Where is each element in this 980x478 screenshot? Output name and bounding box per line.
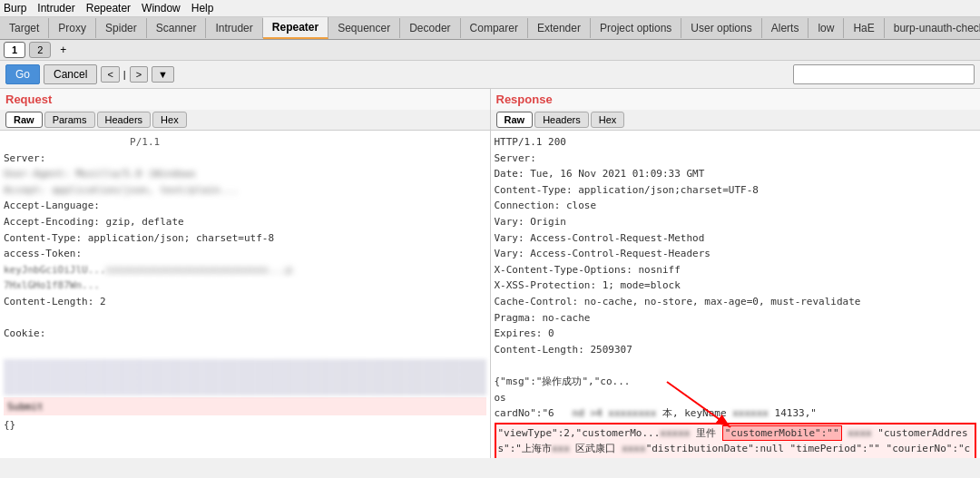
cancel-button[interactable]: Cancel [44,64,97,84]
req-line-blank1 [4,310,486,327]
nav-separator: | [123,69,126,80]
req-line-8: access-Token: [4,246,486,262]
resp-line-viewtype: "viewType":2,"customerMo...xxxxx 里件 "cus… [498,425,974,458]
main-content: Request Raw Params Headers Hex P/1.1 Ser… [0,89,980,458]
req-line-11: Content-Length: 2 [4,294,486,310]
req-submit-block: Submit [4,397,486,415]
req-line-5: Accept-Language: [4,198,486,214]
req-line-1: P/1.1 [4,134,486,151]
go-button[interactable]: Go [5,64,40,84]
resp-highlight-container: "viewType":2,"customerMo...xxxxx 里件 "cus… [495,423,977,458]
resp-line-blank [495,357,977,374]
req-line-4: Accept: application/json, text/plain... [4,182,486,199]
response-tab-hex[interactable]: Hex [591,112,625,128]
req-line-braces: {} [4,417,486,434]
tab-user-options[interactable]: User options [681,18,761,38]
resp-line-content-length: Content-Length: 2509307 [495,342,977,358]
tab-burp-unauth[interactable]: burp-unauth-checker [885,18,980,38]
menu-burp[interactable]: Burp [4,2,26,15]
request-panel: Request Raw Params Headers Hex P/1.1 Ser… [0,89,491,458]
req-line-cookie: Cookie: [4,326,486,342]
request-tab-hex[interactable]: Hex [152,112,187,128]
req-blurred-block [4,359,486,395]
tab-project-options[interactable]: Project options [591,18,681,38]
resp-line-vary3: Vary: Access-Control-Request-Headers [495,246,977,262]
request-content[interactable]: P/1.1 Server: User-Agent: Mozilla/5.0 (W… [0,131,490,458]
tab-low[interactable]: low [808,18,844,38]
tab-proxy[interactable]: Proxy [49,18,96,38]
request-tab-params[interactable]: Params [44,112,95,128]
tab-hae[interactable]: HaE [844,18,884,38]
request-tab-raw[interactable]: Raw [5,112,43,128]
req-line-9: keyJnbGciOiJlU...xxxxxxxxxxxxxxxxxxxxxxx… [4,262,486,278]
resp-line-connection: Connection: close [495,198,977,214]
menu-intruder[interactable]: Intruder [37,2,74,15]
resp-line-server: Server: [495,151,977,167]
response-panel-tabs: Raw Headers Hex [491,110,981,131]
resp-line-content-type: Content-Type: application/json;charset=U… [495,182,977,199]
tab-decoder[interactable]: Decoder [400,18,460,38]
resp-line-msg: {"msg":"操作成功","co... [495,374,977,390]
search-input[interactable] [793,64,975,84]
resp-line-xcto: X-Content-Type-Options: nosniff [495,262,977,278]
tab-intruder[interactable]: Intruder [206,18,262,38]
next-button[interactable]: > [130,66,148,83]
response-panel-title: Response [491,89,981,110]
tab-repeater[interactable]: Repeater [263,17,328,39]
req-line-7: Content-Type: application/json; charset=… [4,230,486,247]
resp-line-date: Date: Tue, 16 Nov 2021 01:09:33 GMT [495,166,977,182]
response-tab-headers[interactable]: Headers [534,112,589,128]
tab-sequencer[interactable]: Sequencer [328,18,400,38]
request-tab-headers[interactable]: Headers [97,112,152,128]
tab-alerts[interactable]: Alerts [762,18,809,38]
req-line-10: 7HxlGHo1f87Wn... [4,278,486,294]
req-tab-1[interactable]: 1 [4,42,25,58]
menu-bar: Burp Intruder Repeater Window Help [0,0,980,17]
resp-highlight-box-1: "viewType":2,"customerMo...xxxxx 里件 "cus… [495,423,977,458]
toolbar: Go Cancel < | > ▼ [0,61,980,89]
main-tab-bar: Target Proxy Spider Scanner Intruder Rep… [0,17,980,40]
req-line-6: Accept-Encoding: gzip, deflate [4,214,486,230]
nav-dropdown[interactable]: ▼ [152,66,174,83]
resp-line-pragma: Pragma: no-cache [495,310,977,327]
req-tab-add[interactable]: + [54,42,72,58]
request-panel-tabs: Raw Params Headers Hex [0,110,490,131]
req-tab-2[interactable]: 2 [29,42,51,58]
resp-line-xss: X-XSS-Protection: 1; mode=block [495,278,977,294]
toolbar-right [793,64,975,84]
tab-comparer[interactable]: Comparer [461,18,528,38]
resp-line-expires: Expires: 0 [495,326,977,342]
response-content[interactable]: HTTP/1.1 200 Server: Date: Tue, 16 Nov 2… [491,131,981,458]
req-line-2: Server: [4,151,486,167]
tab-extender[interactable]: Extender [528,18,591,38]
resp-line-cache: Cache-Control: no-cache, no-store, max-a… [495,294,977,310]
tab-target[interactable]: Target [0,18,49,38]
response-tab-raw[interactable]: Raw [496,112,534,128]
req-line-blank2 [4,342,486,358]
menu-help[interactable]: Help [191,2,214,15]
request-number-tabs: 1 2 + [0,40,980,61]
response-panel: Response Raw Headers Hex HTTP/1.1 200 Se… [491,89,981,458]
tab-scanner[interactable]: Scanner [147,18,207,38]
resp-line-vary2: Vary: Access-Control-Request-Method [495,230,977,247]
req-line-3: User-Agent: Mozilla/5.0 (Windows [4,166,486,182]
menu-repeater[interactable]: Repeater [86,2,131,15]
tab-spider[interactable]: Spider [96,18,147,38]
resp-line-status: HTTP/1.1 200 [495,134,977,151]
resp-line-vary1: Vary: Origin [495,214,977,230]
resp-line-cardno: cardNo":"6 nd >4 xxxxxxxx 本, keyName xxx… [495,405,977,422]
prev-button[interactable]: < [101,66,119,83]
resp-line-os: os [495,390,977,406]
menu-window[interactable]: Window [142,2,181,15]
request-panel-title: Request [0,89,490,110]
